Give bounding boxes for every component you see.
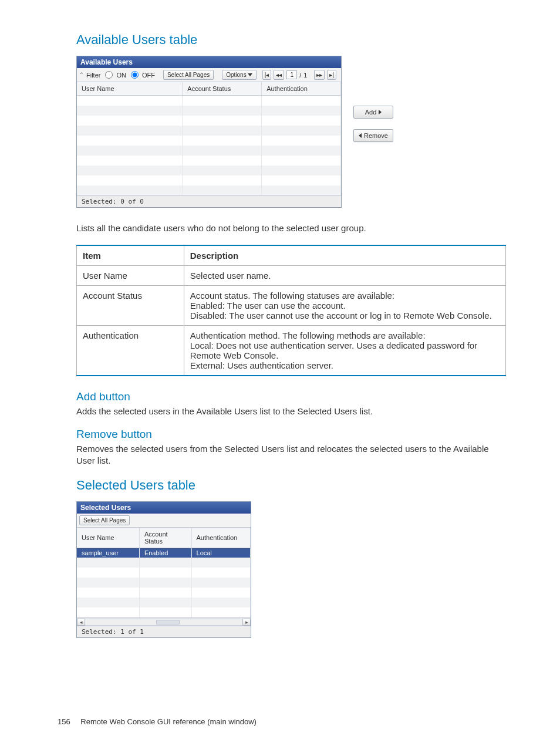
col-account-status[interactable]: Account Status bbox=[139, 528, 191, 548]
remove-label: Remove bbox=[364, 132, 388, 139]
action-column: Add Remove bbox=[353, 106, 393, 142]
available-status: Selected: 0 of 0 bbox=[77, 195, 341, 207]
selected-users-table: User Name Account Status Authentication … bbox=[77, 528, 251, 618]
cell-user: sample_user bbox=[77, 548, 139, 558]
available-users-block: Available Users ⌃ Filter ON OFF Select A… bbox=[76, 56, 506, 208]
selected-status: Selected: 1 of 1 bbox=[77, 626, 251, 637]
filter-on-label: ON bbox=[116, 72, 126, 79]
doc-item: Authentication bbox=[77, 325, 184, 376]
page-first-button[interactable]: |◂ bbox=[262, 70, 272, 80]
heading-selected-users: Selected Users table bbox=[76, 478, 506, 493]
col-user-name[interactable]: User Name bbox=[77, 82, 183, 96]
available-users-table: User Name Account Status Authentication bbox=[77, 82, 341, 195]
filter-on-radio[interactable] bbox=[105, 71, 113, 79]
doc-head-desc: Description bbox=[184, 245, 505, 266]
page-number: 156 bbox=[58, 717, 70, 726]
select-all-pages-button[interactable]: Select All Pages bbox=[163, 70, 214, 80]
available-toolbar: ⌃ Filter ON OFF Select All Pages Options… bbox=[77, 68, 341, 82]
doc-item: Account Status bbox=[77, 285, 184, 325]
scroll-right-button[interactable]: ▸ bbox=[242, 619, 251, 626]
table-row[interactable] bbox=[77, 175, 341, 185]
heading-remove-button: Remove button bbox=[76, 428, 506, 441]
add-label: Add bbox=[365, 109, 377, 116]
heading-available-users: Available Users table bbox=[76, 32, 506, 48]
col-account-status[interactable]: Account Status bbox=[183, 82, 262, 96]
filter-label: Filter bbox=[86, 72, 100, 79]
table-row[interactable]: sample_user Enabled Local bbox=[77, 548, 251, 558]
table-row[interactable] bbox=[77, 185, 341, 195]
table-row[interactable] bbox=[77, 607, 251, 617]
item-description-table: Item Description User Name Selected user… bbox=[76, 245, 506, 376]
col-user-name[interactable]: User Name bbox=[77, 528, 139, 548]
table-row[interactable] bbox=[77, 558, 251, 568]
select-all-pages-button[interactable]: Select All Pages bbox=[79, 515, 130, 525]
doc-desc-line: Authentication method. The following met… bbox=[190, 330, 500, 340]
page-prev-button[interactable]: ◂◂ bbox=[274, 70, 284, 80]
table-row[interactable] bbox=[77, 126, 341, 136]
page-last-button[interactable]: ▸| bbox=[327, 70, 336, 80]
doc-desc-line: Selected user name. bbox=[190, 271, 500, 281]
doc-desc-line: Account status. The following statuses a… bbox=[190, 291, 500, 301]
doc-desc-line: External: Uses authentication server. bbox=[190, 360, 500, 370]
arrow-right-icon bbox=[379, 110, 382, 114]
selected-toolbar: Select All Pages bbox=[77, 514, 251, 528]
add-desc: Adds the selected users in the Available… bbox=[76, 406, 506, 417]
doc-desc-line: Disabled: The user cannot use the accoun… bbox=[190, 310, 500, 320]
doc-item: User Name bbox=[77, 265, 184, 285]
add-button[interactable]: Add bbox=[353, 106, 393, 119]
selected-users-title: Selected Users bbox=[77, 502, 251, 514]
table-row[interactable] bbox=[77, 598, 251, 607]
table-row[interactable] bbox=[77, 588, 251, 598]
options-button[interactable]: Options bbox=[222, 70, 256, 80]
scroll-left-button[interactable]: ◂ bbox=[77, 619, 85, 626]
doc-desc: Selected user name. bbox=[184, 265, 505, 285]
table-row[interactable] bbox=[77, 136, 341, 146]
doc-desc: Account status. The following statuses a… bbox=[184, 285, 505, 325]
col-authentication[interactable]: Authentication bbox=[262, 82, 341, 96]
available-desc: Lists all the candidate users who do not… bbox=[76, 222, 506, 234]
scroll-track[interactable] bbox=[85, 619, 242, 626]
scroll-thumb[interactable] bbox=[156, 620, 180, 625]
available-users-title: Available Users bbox=[77, 56, 341, 68]
page-next-button[interactable]: ▸▸ bbox=[314, 70, 325, 80]
collapse-icon[interactable]: ⌃ bbox=[79, 72, 84, 77]
doc-head-item: Item bbox=[77, 245, 184, 266]
page-total: 1 bbox=[303, 72, 307, 79]
table-row[interactable] bbox=[77, 96, 341, 106]
heading-add-button: Add button bbox=[76, 390, 506, 403]
cell-auth: Local bbox=[191, 548, 250, 558]
filter-off-radio[interactable] bbox=[131, 71, 139, 79]
page-sep: / bbox=[299, 72, 301, 79]
chevron-down-icon bbox=[248, 73, 252, 76]
remove-desc: Removes the selected users from the Sele… bbox=[76, 443, 506, 467]
doc-desc: Authentication method. The following met… bbox=[184, 325, 505, 376]
doc-desc-line: Local: Does not use authentication serve… bbox=[190, 340, 500, 360]
options-label: Options bbox=[226, 72, 246, 78]
table-row[interactable] bbox=[77, 106, 341, 116]
table-row[interactable] bbox=[77, 146, 341, 156]
page-footer: 156 Remote Web Console GUI reference (ma… bbox=[58, 717, 257, 726]
horizontal-scrollbar[interactable]: ◂ ▸ bbox=[77, 617, 251, 626]
table-row[interactable] bbox=[77, 116, 341, 126]
table-row[interactable] bbox=[77, 166, 341, 175]
selected-users-widget: Selected Users Select All Pages User Nam… bbox=[76, 501, 251, 639]
cell-status: Enabled bbox=[139, 548, 191, 558]
filter-off-label: OFF bbox=[142, 72, 155, 79]
remove-button[interactable]: Remove bbox=[353, 129, 393, 142]
table-row[interactable] bbox=[77, 568, 251, 578]
table-row[interactable] bbox=[77, 578, 251, 588]
doc-desc-line: Enabled: The user can use the account. bbox=[190, 301, 500, 310]
arrow-left-icon bbox=[359, 133, 362, 138]
section-title: Remote Web Console GUI reference (main w… bbox=[80, 717, 257, 726]
col-authentication[interactable]: Authentication bbox=[191, 528, 250, 548]
page-input[interactable] bbox=[286, 70, 297, 79]
table-row[interactable] bbox=[77, 156, 341, 166]
